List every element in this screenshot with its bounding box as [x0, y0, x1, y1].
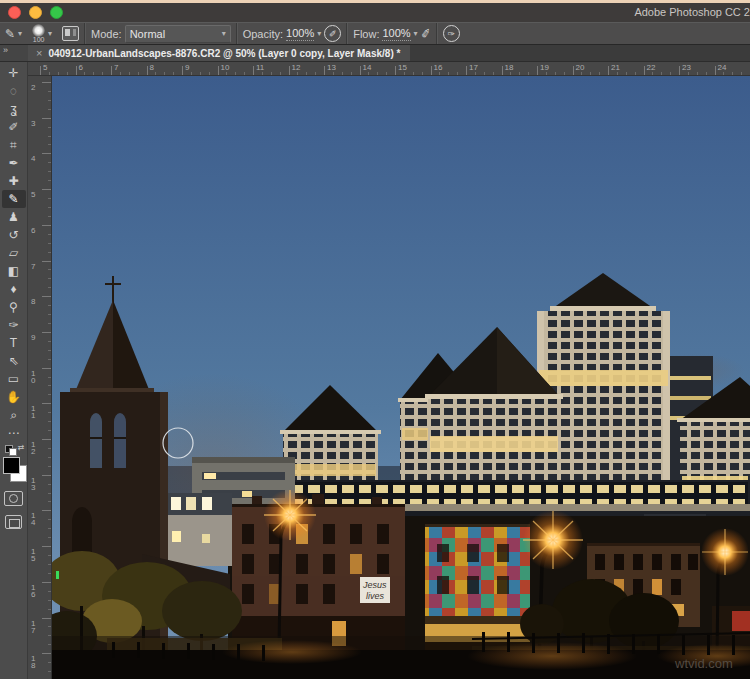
eyedropper-tool[interactable]: ✒ — [2, 154, 26, 172]
pressure-opacity-icon[interactable]: ✐ — [324, 25, 341, 42]
document-tab[interactable]: × 040912-UrbanLandscapes-8876.CR2 @ 50% … — [28, 45, 410, 61]
window-controls — [8, 6, 63, 19]
flow-value[interactable]: 100% — [382, 27, 410, 41]
blend-mode-select[interactable]: Normal ▾ — [125, 25, 231, 43]
close-tab-icon[interactable]: × — [36, 47, 42, 59]
clone-stamp-tool[interactable]: ♟ — [2, 208, 26, 226]
brush-preview: 100 — [32, 24, 45, 43]
panel-collapse-chevrons[interactable]: » — [0, 45, 28, 61]
brush-tool[interactable]: ✎ — [2, 190, 26, 208]
zoom-tool[interactable]: ⌕ — [2, 406, 26, 424]
tool-list: ✛◌ʓ✐⌗✒✚✎♟↺▱◧♦⚲✑T⇖▭✋⌕⋯ — [2, 64, 26, 442]
mode-label: Mode: — [91, 28, 122, 40]
app-title: Adobe Photoshop CC 2 — [634, 6, 750, 18]
toggle-brush-panel-button[interactable] — [62, 26, 79, 41]
chevron-down-icon: ▾ — [48, 29, 52, 38]
airbrush-icon[interactable]: ✐ — [419, 26, 431, 42]
horizontal-ruler[interactable]: 56789101112131415161718192021222324 — [28, 62, 750, 76]
switch-colors-icon[interactable]: ⇄ — [18, 443, 25, 452]
jesus-lives-banner: Jesus lives — [360, 577, 390, 603]
vertical-ruler[interactable]: 23456789101112131415161718 — [28, 76, 52, 679]
tools-panel: ✛◌ʓ✐⌗✒✚✎♟↺▱◧♦⚲✑T⇖▭✋⌕⋯ ⇄ — [0, 62, 28, 679]
brush-preset-icon: ✎ — [5, 28, 15, 40]
default-colors-widget[interactable]: ⇄ — [3, 445, 25, 455]
watermark: wtvid.com — [674, 656, 733, 671]
crop-tool[interactable]: ⌗ — [2, 136, 26, 154]
quick-selection-tool[interactable]: ✐ — [2, 118, 26, 136]
chevron-down-icon: ▾ — [222, 29, 226, 38]
chevron-down-icon[interactable]: ▾ — [317, 29, 321, 38]
zoom-window-button[interactable] — [50, 6, 63, 19]
pen-tool[interactable]: ✑ — [2, 316, 26, 334]
eraser-tool[interactable]: ▱ — [2, 244, 26, 262]
opacity-value[interactable]: 100% — [286, 27, 314, 41]
lasso-tool[interactable]: ʓ — [2, 100, 26, 118]
move-tool[interactable]: ✛ — [2, 64, 26, 82]
shape-tool[interactable]: ▭ — [2, 370, 26, 388]
document-tab-title: 040912-UrbanLandscapes-8876.CR2 @ 50% (L… — [48, 48, 400, 59]
flow-label: Flow: — [353, 28, 379, 40]
brick-building-left: Jesus lives — [232, 494, 405, 650]
blend-mode-value: Normal — [130, 28, 165, 40]
chevron-down-icon: ▾ — [18, 29, 22, 38]
tool-options-bar: ✎ ▾ 100 ▾ Mode: Normal ▾ Opacity: 100% ▾… — [0, 22, 750, 45]
banner-line2: lives — [366, 591, 385, 601]
history-brush-tool[interactable]: ↺ — [2, 226, 26, 244]
banner-line1: Jesus — [362, 580, 387, 590]
hand-tool[interactable]: ✋ — [2, 388, 26, 406]
image-canvas[interactable]: Ulster Bank Group Jesus — [52, 76, 750, 679]
brush-size-value: 100 — [33, 36, 45, 43]
opacity-label: Opacity: — [243, 28, 283, 40]
gradient-tool[interactable]: ◧ — [2, 262, 26, 280]
foreground-color-swatch[interactable] — [3, 457, 20, 474]
spot-healing-tool[interactable]: ✚ — [2, 172, 26, 190]
document-tab-bar: » × 040912-UrbanLandscapes-8876.CR2 @ 50… — [0, 45, 750, 62]
tool-preset-picker[interactable]: ✎ ▾ — [0, 23, 27, 44]
pressure-size-icon[interactable]: ✑ — [443, 25, 460, 42]
screen-mode-button[interactable] — [5, 515, 22, 529]
dodge-tool[interactable]: ⚲ — [2, 298, 26, 316]
traffic-light-green — [56, 571, 59, 579]
path-selection-tool[interactable]: ⇖ — [2, 352, 26, 370]
type-tool[interactable]: T — [2, 334, 26, 352]
minimize-window-button[interactable] — [29, 6, 42, 19]
default-background-swatch — [9, 448, 17, 456]
quick-mask-icon — [9, 494, 18, 503]
blur-tool[interactable]: ♦ — [2, 280, 26, 298]
chevron-down-icon[interactable]: ▾ — [414, 29, 418, 38]
brush-picker[interactable]: 100 ▾ — [27, 23, 57, 44]
color-swatches — [2, 457, 26, 483]
marquee-tool[interactable]: ◌ — [2, 82, 26, 100]
quick-mask-button[interactable] — [4, 491, 23, 506]
close-window-button[interactable] — [8, 6, 21, 19]
title-bar: Adobe Photoshop CC 2 — [0, 3, 750, 22]
edit-toolbar-tool[interactable]: ⋯ — [2, 424, 26, 442]
